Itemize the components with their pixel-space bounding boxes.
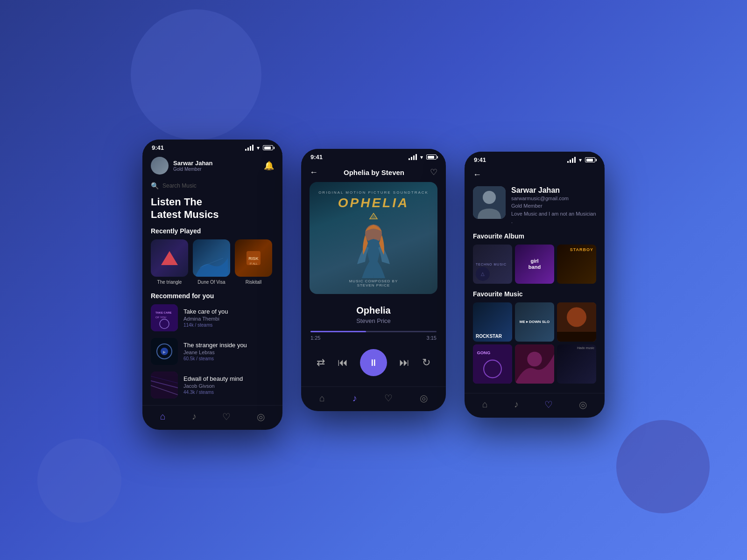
svg-point-22 xyxy=(567,307,586,327)
next-button[interactable]: ⏭ xyxy=(399,357,409,369)
phone1-header: Sarwar Jahan Gold Member 🔔 xyxy=(142,154,282,180)
progress-bar[interactable] xyxy=(310,331,437,332)
back-button-3[interactable]: ← xyxy=(473,170,481,180)
rp-item-dune[interactable]: Dune Of Visa xyxy=(193,239,230,285)
svg-text:▶: ▶ xyxy=(163,350,166,354)
phone2-inner: 9:41 ▾ ← Ophelia by Steven ♡ xyxy=(301,149,446,411)
svg-text:IT ALL: IT ALL xyxy=(249,262,258,265)
techno-logo: △ xyxy=(476,267,490,281)
fav-music-hado[interactable]: Hado music xyxy=(557,344,596,384)
search-bar[interactable]: 🔍 Search Music xyxy=(142,180,282,194)
fav-album-girl[interactable]: girlband xyxy=(515,245,554,284)
track-info: Ophelia Steven Price xyxy=(301,301,446,327)
battery-3 xyxy=(585,157,595,162)
rec-cover-1: TAKE CARE OF YOU xyxy=(151,304,178,331)
profile-avatar-svg xyxy=(473,186,506,219)
album-title-area: OPHELIA xyxy=(338,196,409,222)
bottom-nav-3: ⌂ ♪ ♡ ◎ xyxy=(465,393,605,418)
search-placeholder: Search Music xyxy=(162,182,197,189)
repeat-button[interactable]: ↻ xyxy=(422,357,430,369)
rec-art-3 xyxy=(151,371,178,399)
rec-item-3[interactable]: Edwall of beauty mind Jacob Givson 44.3k… xyxy=(151,371,274,399)
player-screen-title: Ophelia by Steven xyxy=(344,168,404,176)
rp-cover-triangle xyxy=(151,239,188,277)
shuffle-button[interactable]: ⇄ xyxy=(317,357,325,369)
rec-plays-2: 60.5k / steams xyxy=(183,356,274,361)
fav-rockstar-label: ROCKSTAR xyxy=(476,334,502,339)
fav-techno-label: TECHNO MUSIC xyxy=(476,263,509,266)
profile-avatar xyxy=(473,186,506,219)
fav-music-gong[interactable]: GONG xyxy=(473,344,512,384)
progress-fill xyxy=(310,331,366,332)
nav-home-2[interactable]: ⌂ xyxy=(319,393,325,404)
favourite-music-grid-1: ROCKSTAR ME ▸ DOWN SLO xyxy=(465,302,605,344)
phone3-header: ← xyxy=(465,166,605,186)
back-button-2[interactable]: ← xyxy=(310,168,318,177)
progress-container[interactable]: 1:25 3:15 xyxy=(301,327,446,344)
fav-music-medown[interactable]: ME ▸ DOWN SLO xyxy=(515,302,554,342)
bell-icon[interactable]: 🔔 xyxy=(264,161,274,171)
battery-1 xyxy=(263,145,273,150)
fav-music-slo[interactable] xyxy=(557,302,596,342)
favorite-button[interactable]: ♡ xyxy=(430,167,437,177)
album-subtitle-bottom: MUSIC COMPOSED BYSTEVEN PRICE xyxy=(349,279,398,287)
fav-slo-art xyxy=(557,302,596,342)
fav-gong-art: GONG xyxy=(473,344,512,384)
rec-title-3: Edwall of beauty mind xyxy=(183,375,274,382)
nav-music-2[interactable]: ♪ xyxy=(352,393,357,404)
fav-hado-label: Hado music xyxy=(577,346,594,350)
phone-home: 9:41 ▾ Sarwar xyxy=(142,140,282,430)
nav-home-1[interactable]: ⌂ xyxy=(160,411,166,422)
wifi-icon-1: ▾ xyxy=(257,145,260,151)
prev-button[interactable]: ⏮ xyxy=(338,357,348,369)
nav-home-3[interactable]: ⌂ xyxy=(482,399,488,410)
pause-icon: ⏸ xyxy=(369,357,378,368)
svg-text:TAKE CARE: TAKE CARE xyxy=(155,311,172,314)
signal-bars-1 xyxy=(245,145,254,151)
signal-bars-2 xyxy=(409,154,417,160)
dune-art xyxy=(193,239,230,277)
fav-album-star[interactable]: STARBOY xyxy=(557,245,596,284)
nav-heart-1[interactable]: ♡ xyxy=(222,411,231,422)
rec-art-1: TAKE CARE OF YOU xyxy=(151,304,178,331)
profile-email: sarwarmusic@gmail.com xyxy=(511,196,596,201)
risk-art: RISK IT ALL xyxy=(235,239,272,277)
nav-heart-2[interactable]: ♡ xyxy=(384,392,393,404)
play-pause-button[interactable]: ⏸ xyxy=(360,349,387,376)
progress-total: 3:15 xyxy=(427,335,437,341)
track-title: Ophelia xyxy=(301,305,446,316)
track-artist: Steven Price xyxy=(301,317,446,324)
battery-fill-1 xyxy=(264,147,271,149)
fav-star-label: STARBOY xyxy=(570,247,593,252)
favourite-music-grid-2: GONG Hado music xyxy=(465,344,605,389)
rec-cover-2: ▶ xyxy=(151,338,178,365)
rp-label-risk: Riskitall xyxy=(246,280,261,285)
fav-album-techno[interactable]: TECHNO MUSIC △ xyxy=(473,245,512,284)
avatar xyxy=(151,157,169,175)
rec-item-1[interactable]: TAKE CARE OF YOU Take care of you Admina… xyxy=(151,304,274,331)
fav-music-rockstar[interactable]: ROCKSTAR xyxy=(473,302,512,342)
rec-info-3: Edwall of beauty mind Jacob Givson 44.3k… xyxy=(183,375,274,395)
rp-item-triangle[interactable]: The triangle xyxy=(151,239,188,285)
rp-label-triangle: The triangle xyxy=(157,280,182,285)
nav-location-1[interactable]: ◎ xyxy=(257,411,265,422)
nav-location-2[interactable]: ◎ xyxy=(420,392,428,404)
nav-location-3[interactable]: ◎ xyxy=(579,399,587,410)
rec-art-2: ▶ xyxy=(151,338,178,365)
rp-item-risk[interactable]: RISK IT ALL Riskitall xyxy=(235,239,272,285)
nav-heart-3[interactable]: ♡ xyxy=(544,399,553,410)
search-icon: 🔍 xyxy=(151,182,159,189)
rec-item-2[interactable]: ▶ The stranger inside you Jeane Lebras 6… xyxy=(151,338,274,365)
rec-artist-1: Admina Thembi xyxy=(183,316,274,322)
nav-music-3[interactable]: ♪ xyxy=(514,399,519,410)
nav-music-1[interactable]: ♪ xyxy=(192,411,197,422)
fav-girl-label: girlband xyxy=(529,258,541,270)
favourite-album-title: Favourite Album xyxy=(465,232,605,245)
profile-bio: Love Music and I am not an Musician . xyxy=(511,210,596,225)
triangle-art xyxy=(151,239,188,277)
album-ornament xyxy=(369,212,378,220)
phone-player: 9:41 ▾ ← Ophelia by Steven ♡ xyxy=(301,149,446,411)
phones-container: 9:41 ▾ Sarwar xyxy=(142,130,605,430)
user-name: Sarwar Jahan xyxy=(173,160,213,167)
fav-music-purple[interactable] xyxy=(515,344,554,384)
